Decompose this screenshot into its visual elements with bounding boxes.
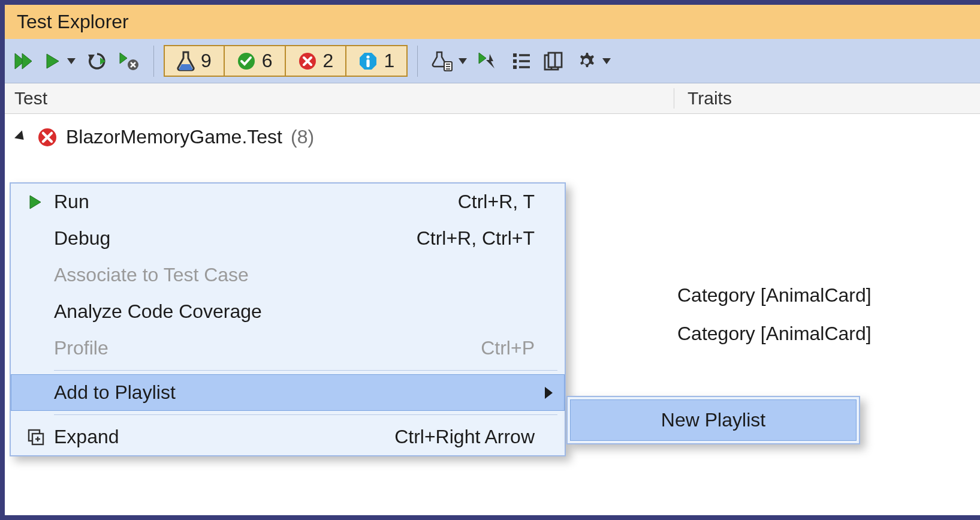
window-title: Test Explorer <box>5 5 980 39</box>
menu-separator <box>54 414 557 415</box>
tree-root-name: BlazorMemoryGame.Test <box>66 126 282 148</box>
svg-rect-19 <box>513 65 517 69</box>
playlist-button[interactable] <box>427 46 471 77</box>
summary-info[interactable]: 1 <box>346 46 406 76</box>
summary-total-value: 9 <box>201 50 212 72</box>
submenu-arrow-icon <box>545 387 553 399</box>
settings-button[interactable] <box>572 46 614 77</box>
svg-rect-18 <box>513 59 517 63</box>
run-until-failure-button[interactable] <box>474 46 504 77</box>
svg-rect-17 <box>513 53 517 57</box>
menu-debug[interactable]: Debug Ctrl+R, Ctrl+T <box>11 220 565 257</box>
tree-root-row[interactable]: BlazorMemoryGame.Test (8) <box>16 122 980 152</box>
menu-run[interactable]: Run Ctrl+R, T <box>11 184 565 220</box>
summary-passed-value: 6 <box>262 50 273 72</box>
toolbar: 9 6 2 <box>5 39 980 83</box>
svg-marker-1 <box>22 53 32 69</box>
svg-point-10 <box>367 55 370 58</box>
dropdown-caret-icon <box>602 58 611 64</box>
svg-marker-16 <box>479 53 486 64</box>
svg-marker-29 <box>30 196 41 209</box>
svg-marker-5 <box>120 53 127 64</box>
menu-coverage[interactable]: Analyze Code Coverage <box>11 293 565 330</box>
run-all-button[interactable] <box>10 46 38 77</box>
test-tree: BlazorMemoryGame.Test (8) <box>5 114 980 152</box>
svg-marker-2 <box>47 54 59 68</box>
traits-values: Category [AnimalCard] Category [AnimalCa… <box>677 276 872 353</box>
playlist-submenu: New Playlist <box>566 396 860 444</box>
column-headers: Test Traits <box>5 83 980 114</box>
dropdown-caret-icon <box>459 58 467 64</box>
summary-total[interactable]: 9 <box>165 46 225 76</box>
context-menu: Run Ctrl+R, T Debug Ctrl+R, Ctrl+T Assoc… <box>10 182 566 456</box>
summary-passed[interactable]: 6 <box>225 46 286 76</box>
toolbar-separator <box>417 46 418 77</box>
menu-add-to-playlist[interactable]: Add to Playlist <box>11 374 565 411</box>
expand-toggle-icon[interactable] <box>14 131 28 144</box>
summary-failed[interactable]: 2 <box>286 46 347 76</box>
x-circle-icon <box>37 127 58 148</box>
expand-icon <box>27 428 45 446</box>
x-circle-icon <box>298 52 317 71</box>
run-failed-button[interactable] <box>115 46 144 77</box>
summary-failed-value: 2 <box>323 50 334 72</box>
info-octagon-icon <box>358 52 378 71</box>
run-button[interactable] <box>42 46 79 77</box>
submenu-new-playlist[interactable]: New Playlist <box>570 399 857 441</box>
toolbar-separator <box>153 46 154 77</box>
columns-button[interactable] <box>540 46 569 77</box>
group-by-button[interactable] <box>508 46 536 77</box>
menu-associate: Associate to Test Case <box>11 257 565 293</box>
trait-row: Category [AnimalCard] <box>677 314 872 353</box>
menu-separator <box>54 370 557 371</box>
svg-point-27 <box>583 58 589 64</box>
test-summary: 9 6 2 <box>164 45 408 77</box>
run-dropdown-caret-icon <box>67 58 76 64</box>
menu-profile: Profile Ctrl+P <box>11 330 565 366</box>
play-icon <box>29 194 43 210</box>
repeat-last-run-button[interactable] <box>83 46 111 77</box>
gear-icon <box>576 51 596 71</box>
check-circle-icon <box>237 52 256 71</box>
trait-row: Category [AnimalCard] <box>677 276 872 314</box>
svg-rect-11 <box>367 59 370 67</box>
summary-info-value: 1 <box>384 50 394 72</box>
column-header-traits[interactable]: Traits <box>674 88 980 109</box>
flask-icon <box>177 51 195 71</box>
menu-expand[interactable]: Expand Ctrl+Right Arrow <box>11 419 565 455</box>
column-header-test[interactable]: Test <box>14 88 674 109</box>
tree-root-count: (8) <box>291 126 314 148</box>
